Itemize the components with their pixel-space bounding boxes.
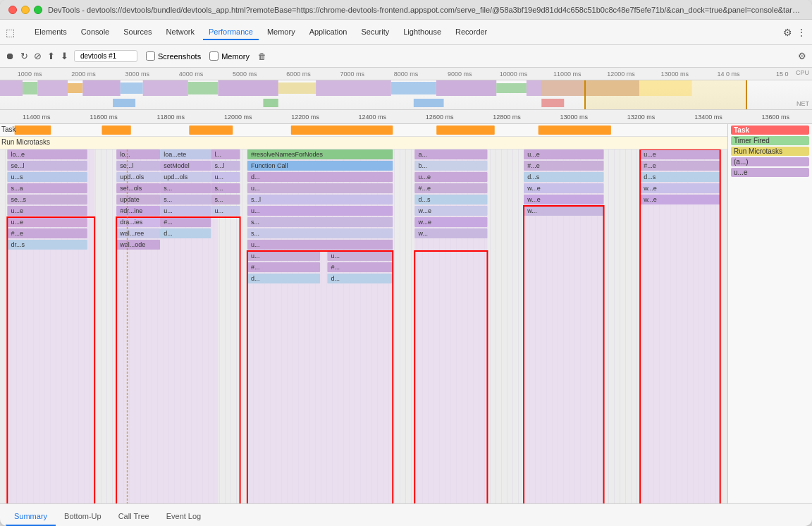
refresh-icon[interactable]: ↻ (20, 51, 28, 61)
settings2-icon[interactable]: ⚙ (798, 51, 806, 61)
timeline-selection-handle[interactable] (584, 80, 746, 110)
legend-panel: Task Timer Fired Run Microtasks (a...) u… (727, 124, 812, 503)
settings-icon[interactable]: ⚙ (783, 27, 792, 38)
detail-mark-1: 11600 ms (70, 114, 137, 121)
svg-text:set...ols: set...ols (120, 185, 142, 192)
clear-recordings-icon[interactable]: 🗑 (258, 51, 266, 61)
tab-memory[interactable]: Memory (262, 25, 301, 40)
screenshots-checkbox[interactable] (146, 51, 155, 61)
timeline-ruler: 1000 ms 2000 ms 3000 ms 4000 ms 5000 ms … (0, 68, 812, 80)
svg-rect-3 (68, 83, 82, 93)
more-icon[interactable]: ⋮ (796, 27, 806, 38)
ruler-mark-3: 4000 ms (164, 71, 218, 78)
svg-rect-18 (414, 99, 444, 107)
svg-text:a...: a... (418, 151, 427, 158)
svg-text:wal...ode: wal...ode (119, 241, 145, 248)
svg-text:w...e: w...e (417, 207, 431, 214)
svg-text:w...: w... (527, 207, 537, 214)
minimize-button[interactable] (21, 6, 30, 14)
memory-check-label: Memory (209, 51, 250, 61)
ruler-mark-9: 10000 ms (486, 71, 540, 78)
svg-text:dra...ies: dra...ies (120, 219, 143, 226)
detail-mark-4: 12200 ms (271, 114, 338, 121)
tab-application[interactable]: Application (304, 25, 353, 40)
svg-rect-2 (37, 80, 68, 96)
svg-text:se...l: se...l (11, 162, 24, 169)
svg-text:u...e: u...e (11, 219, 23, 226)
ruler-marks-container: 1000 ms 2000 ms 3000 ms 4000 ms 5000 ms … (3, 68, 809, 80)
legend-microtasks-label: Run Microtasks (734, 147, 782, 155)
perf-controls: ⏺ ↻ ⊘ ⬆ ⬇ (6, 50, 137, 62)
tab-console[interactable]: Console (75, 25, 115, 40)
svg-text:d...: d... (251, 275, 260, 282)
detail-mark-8: 13000 ms (541, 114, 608, 121)
devtools-window: DevTools - devtools://devtools/bundled/d… (0, 0, 812, 526)
task-section-label: Task (1, 126, 16, 133)
svg-text:u...e: u...e (644, 151, 656, 158)
tab-lighthouse[interactable]: Lighthouse (398, 25, 447, 40)
detail-mark-2: 11800 ms (137, 114, 204, 121)
legend-task-item: Task Timer Fired Run Microtasks (a...) u… (731, 126, 809, 177)
record-icon[interactable]: ⏺ (6, 51, 15, 61)
ruler-mark-11: 12000 ms (594, 71, 648, 78)
svg-text:s...: s... (164, 185, 172, 192)
svg-text:s...: s... (164, 196, 172, 203)
detail-mark-0: 11400 ms (3, 114, 70, 121)
svg-rect-17 (263, 99, 278, 107)
svg-text:w...e: w...e (527, 185, 541, 192)
svg-text:se...s: se...s (11, 196, 26, 203)
svg-text:u...e: u...e (418, 173, 431, 181)
inspect-icon[interactable]: ⬚ (6, 27, 15, 38)
svg-text:se...l: se...l (120, 162, 133, 169)
detail-mark-11: 13600 ms (742, 114, 809, 121)
svg-text:u...: u... (251, 207, 260, 214)
timeline-overview-content[interactable]: NET (0, 80, 812, 110)
detail-mark-5: 12400 ms (339, 114, 406, 121)
close-button[interactable] (8, 6, 17, 14)
svg-text:#...e: #...e (644, 162, 656, 169)
tab-security[interactable]: Security (355, 25, 395, 40)
flame-chart-main[interactable]: lo...e se...l u...s s...a se...s u...e u… (0, 149, 727, 503)
svg-text:l...: l... (214, 151, 221, 158)
legend-task-label: Task (734, 126, 749, 134)
timeline-overview[interactable]: 1000 ms 2000 ms 3000 ms 4000 ms 5000 ms … (0, 68, 812, 110)
tab-call-tree[interactable]: Call Tree (110, 508, 158, 526)
svg-rect-22 (189, 126, 233, 135)
target-selector[interactable] (74, 50, 137, 62)
svg-text:#...: #... (251, 264, 260, 271)
upload-icon[interactable]: ⬆ (47, 51, 55, 61)
bottom-tabs: Summary Bottom-Up Call Tree Event Log (0, 503, 812, 526)
svg-rect-115 (247, 240, 393, 250)
svg-rect-0 (0, 80, 23, 96)
svg-text:u...: u... (251, 185, 260, 192)
svg-rect-10 (316, 80, 391, 96)
svg-text:s...l: s...l (214, 162, 224, 169)
legend-a-label: (a...) (734, 158, 749, 166)
svg-text:Function Call: Function Call (251, 162, 288, 169)
tab-network[interactable]: Network (161, 25, 200, 40)
download-icon[interactable]: ⬇ (61, 51, 68, 61)
clear-icon[interactable]: ⊘ (34, 51, 42, 61)
tab-bottom-up[interactable]: Bottom-Up (56, 508, 110, 526)
ruler-mark-7: 8000 ms (379, 71, 433, 78)
svg-text:#resolveNamesForNodes: #resolveNamesForNodes (251, 151, 324, 158)
svg-rect-19 (541, 99, 564, 107)
ruler-mark-8: 9000 ms (433, 71, 486, 78)
window-title: DevTools - devtools://devtools/bundled/d… (48, 6, 804, 14)
svg-text:#dr...ine: #dr...ine (120, 207, 142, 214)
tab-sources[interactable]: Sources (118, 25, 157, 40)
main-toolbar: ⬚ Elements Console Sources Network Perfo… (0, 20, 812, 45)
tab-performance[interactable]: Performance (203, 25, 259, 40)
svg-text:u...: u... (214, 207, 223, 214)
toolbar2-right: ⚙ (798, 51, 806, 61)
maximize-button[interactable] (34, 6, 42, 14)
tab-event-log[interactable]: Event Log (158, 508, 210, 526)
tab-summary[interactable]: Summary (6, 508, 56, 526)
memory-checkbox[interactable] (209, 51, 219, 61)
main-flame-area: Task Run Microtasks (0, 124, 812, 526)
toolbar-icons: ⬚ (6, 27, 15, 38)
tab-elements[interactable]: Elements (29, 25, 73, 40)
window-controls (8, 6, 42, 14)
tab-recorder[interactable]: Recorder (450, 25, 493, 40)
detail-mark-3: 12000 ms (204, 114, 271, 121)
